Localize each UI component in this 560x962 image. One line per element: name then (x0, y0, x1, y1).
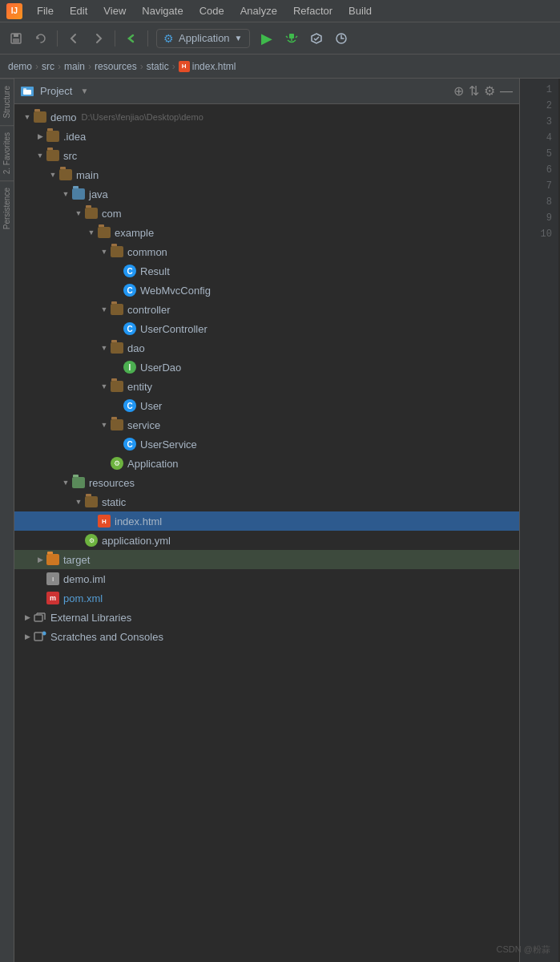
tree-item-pom-xml[interactable]: m pom.xml (14, 588, 519, 608)
tree-item-service[interactable]: service (14, 415, 519, 435)
tree-item-user[interactable]: C User (14, 396, 519, 415)
tree-item-resources[interactable]: resources (14, 473, 519, 492)
project-minimize-icon[interactable]: — (500, 84, 513, 99)
tree-item-userdao[interactable]: I UserDao (14, 358, 519, 377)
menu-analyze[interactable]: Analyze (234, 2, 284, 19)
project-settings-icon[interactable]: ⚙ (484, 83, 495, 99)
folder-icon-resources (72, 477, 85, 488)
breadcrumb-resources[interactable]: resources (95, 61, 137, 72)
tree-item-index-html[interactable]: H index.html (14, 511, 519, 531)
tree-label-main: main (76, 169, 99, 181)
run-config-selector[interactable]: ⚙ Application ▼ (156, 29, 250, 48)
tree-label-application-yml: application.yml (102, 535, 171, 547)
folder-icon-static (85, 496, 98, 507)
tree-label-pom-xml: pom.xml (63, 592, 103, 604)
tree-item-application-yml[interactable]: ⚙ application.yml (14, 531, 519, 550)
tree-label-service: service (127, 419, 160, 431)
tree-item-usercontroller[interactable]: C UserController (14, 319, 519, 338)
file-tree: demo D:\Users\fenjiao\Desktop\demo .idea… (14, 104, 519, 962)
tree-arrow-service (98, 418, 111, 431)
tree-item-application[interactable]: ⚙ Application (14, 454, 519, 473)
tree-item-scratches[interactable]: Scratches and Consoles (14, 627, 519, 646)
folder-icon-common (111, 246, 123, 257)
tree-item-idea[interactable]: .idea (14, 127, 519, 146)
folder-icon-target (46, 554, 59, 565)
menu-edit[interactable]: Edit (63, 2, 94, 19)
menu-code[interactable]: Code (193, 2, 231, 19)
toolbar-back-nav-btn[interactable] (120, 27, 143, 50)
yml-icon-application: ⚙ (85, 534, 98, 547)
tree-item-static[interactable]: static (14, 492, 519, 511)
tree-label-dao: dao (127, 342, 145, 354)
tree-label-user: User (140, 400, 162, 412)
toolbar-profile-btn[interactable] (330, 27, 353, 50)
toolbar-forward-btn[interactable] (87, 27, 110, 50)
tree-arrow-dao (98, 342, 111, 354)
tree-label-application: Application (127, 458, 179, 470)
tree-item-webmvcconfig[interactable]: C WebMvcConfig (14, 281, 519, 300)
tree-item-src[interactable]: src (14, 146, 519, 165)
tree-label-java: java (89, 188, 108, 200)
line-6: 6 (520, 162, 558, 178)
tree-label-demo: demo (50, 111, 77, 123)
project-add-icon[interactable]: ⊕ (453, 83, 464, 99)
tree-item-demo-iml[interactable]: I demo.iml (14, 569, 519, 588)
line-8: 8 (520, 194, 558, 210)
folder-icon-entity (111, 381, 123, 392)
tree-label-controller: controller (127, 304, 170, 316)
breadcrumb-static[interactable]: static (147, 61, 169, 72)
toolbar-back-btn[interactable] (62, 27, 85, 50)
breadcrumb-demo[interactable]: demo (8, 61, 32, 72)
line-9: 9 (520, 210, 558, 226)
tree-item-com[interactable]: com (14, 204, 519, 223)
tree-arrow-idea (34, 130, 46, 143)
tree-item-java[interactable]: java (14, 184, 519, 204)
watermark: CSDN @粉蒜 (497, 944, 550, 956)
tree-item-target[interactable]: target (14, 550, 519, 569)
tree-label-userdao: UserDao (140, 362, 181, 374)
svg-rect-15 (34, 633, 42, 641)
class-icon-usercontroller: C (123, 322, 136, 335)
menu-refactor[interactable]: Refactor (287, 2, 339, 19)
iml-icon-demo: I (46, 572, 59, 585)
side-tab-favorites[interactable]: 2. Favorites (0, 125, 14, 180)
tree-item-userservice[interactable]: C UserService (14, 435, 519, 454)
tree-arrow-src (34, 149, 46, 162)
tree-item-dao[interactable]: dao (14, 338, 519, 358)
toolbar-debug-btn[interactable] (280, 27, 303, 50)
toolbar-coverage-btn[interactable] (305, 27, 328, 50)
tree-item-main[interactable]: main (14, 165, 519, 184)
breadcrumb-src[interactable]: src (42, 61, 54, 72)
tree-item-entity[interactable]: entity (14, 377, 519, 396)
tree-item-result[interactable]: C Result (14, 261, 519, 281)
breadcrumb-main[interactable]: main (64, 61, 85, 72)
tree-item-common[interactable]: common (14, 242, 519, 261)
breadcrumb-html-icon: H (179, 61, 190, 72)
toolbar-save-btn[interactable] (5, 27, 27, 50)
menu-bar: IJ File Edit View Navigate Code Analyze … (0, 0, 560, 22)
tree-item-example[interactable]: example (14, 223, 519, 242)
breadcrumb-index-html[interactable]: index.html (192, 61, 236, 72)
tree-item-demo[interactable]: demo D:\Users\fenjiao\Desktop\demo (14, 107, 519, 127)
menu-navigate[interactable]: Navigate (135, 2, 189, 19)
tree-item-controller[interactable]: controller (14, 300, 519, 319)
toolbar-refresh-btn[interactable] (30, 27, 52, 50)
svg-line-4 (286, 36, 288, 38)
class-icon-user: C (123, 399, 136, 412)
toolbar-run-btn[interactable]: ▶ (256, 27, 278, 50)
folder-icon-demo (34, 111, 46, 123)
tree-arrow-main (46, 168, 59, 181)
class-icon-userdao: I (123, 361, 136, 374)
tree-item-external-libs[interactable]: External Libraries (14, 608, 519, 627)
project-dropdown-arrow[interactable]: ▼ (80, 87, 88, 95)
tree-arrow-common (98, 245, 111, 258)
maven-icon-pom: m (46, 592, 59, 604)
menu-build[interactable]: Build (342, 2, 378, 19)
line-10: 10 (520, 226, 558, 242)
project-header: Project ▼ ⊕ ⇅ ⚙ — (14, 79, 519, 104)
side-tab-structure[interactable]: Structure (0, 79, 14, 125)
project-filter-icon[interactable]: ⇅ (469, 83, 479, 99)
side-tab-persistence[interactable]: Persistence (0, 180, 14, 236)
menu-view[interactable]: View (97, 2, 132, 19)
menu-file[interactable]: File (30, 2, 60, 19)
